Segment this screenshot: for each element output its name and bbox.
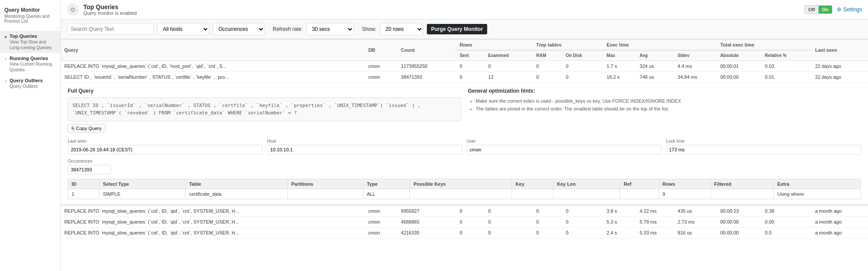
cell-rows-examined: 0 — [485, 228, 533, 238]
th-total-group: Total exec time — [717, 40, 812, 50]
expanded-row: Full Query SELECT ID , `issuerId` , `ser… — [61, 83, 868, 206]
main-content: ⊙ Top Queries Query monitor is enabled O… — [61, 0, 868, 271]
cell-rows-sent: 0 — [456, 217, 485, 228]
cell-tmp-disk: 0 — [562, 61, 603, 72]
cell-query: REPLACE INTO `mysql_slow_queries` (`cid`… — [61, 217, 365, 228]
cell-tmp-ram: 0 — [533, 217, 562, 228]
cell-last-seen: a month ago — [812, 217, 868, 228]
cell-exec-max: 1.7 s — [603, 61, 636, 72]
refresh-select[interactable]: 30 secs — [306, 23, 354, 35]
explain-th: Key — [512, 179, 553, 189]
table-row[interactable]: REPLACE INTO `mysql_slow_queries` (`cid`… — [61, 228, 868, 238]
cell-exec-avg: 5.33 ms — [636, 228, 674, 238]
last-seen-input[interactable] — [68, 145, 263, 154]
cell-total-rel: 0.0 — [762, 228, 812, 238]
hosts-select[interactable]: All hosts — [157, 23, 209, 35]
expanded-detail: Full Query SELECT ID , `issuerId` , `ser… — [61, 83, 868, 205]
th-rows-group: Rows — [456, 40, 533, 50]
cell-exec-stdev: 34.84 ms — [674, 72, 717, 83]
explain-extra: Using where — [774, 189, 861, 199]
cell-rows-sent: 0 — [456, 61, 485, 72]
cell-total-rel: 0.03 — [762, 61, 812, 72]
cell-last-seen: 22 days ago — [812, 61, 868, 72]
toolbar: All hosts Occurrences Refresh rate: 30 s… — [61, 20, 868, 39]
cell-exec-stdev: 4.4 ms — [674, 61, 717, 72]
show-label: Show: — [362, 26, 376, 32]
sidebar-header: Query Monitor Monitoring Queries and Pro… — [0, 3, 60, 28]
cell-total-abs: 00:00:00 — [717, 72, 762, 83]
cell-count: 38471393 — [397, 72, 456, 83]
settings-button[interactable]: ⚙ Settings — [837, 7, 862, 13]
meta-lock-time: Lock time — [666, 139, 861, 154]
hint-item: Make sure the correct index is used - po… — [476, 97, 861, 105]
th-query: Query — [61, 40, 365, 61]
sort-select[interactable]: Occurrences — [213, 23, 265, 35]
cell-total-rel: 0.01 — [762, 72, 812, 83]
th-last-seen: Last seen — [812, 40, 868, 61]
table-row[interactable]: REPLACE INTO `mysql_slow_queries` (`cid`… — [61, 61, 868, 72]
cell-last-seen: a month ago — [812, 206, 868, 217]
sidebar-item-query-outliers[interactable]: ○ Query Outliers Query Outliers — [0, 75, 60, 92]
explain-th: Table — [185, 179, 287, 189]
search-input[interactable] — [67, 23, 154, 35]
th-stdev: Stdev — [674, 50, 717, 61]
explain-th: Rows — [659, 179, 710, 189]
cell-exec-avg: 5.78 ms — [636, 217, 674, 228]
toggle-off-button[interactable]: Off — [805, 6, 818, 13]
cell-exec-stdev: 816 us — [674, 228, 717, 238]
lock-time-label: Lock time — [666, 139, 861, 144]
circle-icon: ● — [4, 34, 7, 39]
full-query-title: Full Query — [68, 88, 461, 94]
cell-exec-max: 3.8 s — [603, 206, 636, 217]
cell-rows-examined: 0 — [485, 217, 533, 228]
refresh-label: Refresh rate: — [273, 26, 303, 32]
purge-button[interactable]: Purge Query Monitor — [427, 24, 487, 34]
app-title: Query Monitor — [4, 7, 56, 13]
app-subtitle: Monitoring Queries and Process List — [4, 14, 56, 23]
table-row[interactable]: REPLACE INTO `mysql_slow_queries` (`cid`… — [61, 217, 868, 228]
cell-exec-avg: 748 us — [636, 72, 674, 83]
circle-icon: ○ — [4, 57, 7, 61]
explain-th: ID — [68, 179, 99, 189]
explain-possible-keys — [410, 189, 512, 199]
copy-query-button[interactable]: ⎘ Copy Query — [68, 124, 106, 133]
cell-tmp-ram: 0 — [533, 228, 562, 238]
explain-partitions — [287, 189, 363, 199]
lock-time-input[interactable] — [666, 145, 861, 154]
sidebar-item-running-queries[interactable]: ○ Running Queries View Current Running Q… — [0, 53, 60, 75]
th-avg: Avg — [636, 50, 674, 61]
cell-rows-examined: 0 — [485, 61, 533, 72]
explain-key-len — [553, 189, 620, 199]
cell-total-abs: 00:00:00 — [717, 217, 762, 228]
monitor-toggle[interactable]: Off On — [804, 5, 832, 14]
toggle-on-button[interactable]: On — [818, 6, 832, 13]
explain-row: 1 SIMPLE certificate_data ALL 9 Using wh… — [68, 189, 861, 199]
topbar-title: Top Queries — [83, 3, 800, 10]
cell-db: cmon — [365, 72, 397, 83]
sidebar-item-top-queries[interactable]: ● Top Queries View Top Slow and Long-run… — [0, 31, 60, 53]
cell-total-rel: 0.00 — [762, 217, 812, 228]
th-relative: Relative % — [762, 50, 812, 61]
cell-count: 4216335 — [397, 228, 456, 238]
occurrences-label: Occurrences — [68, 159, 861, 164]
cell-tmp-disk: 0 — [562, 72, 603, 83]
user-input[interactable] — [467, 145, 662, 154]
show-select[interactable]: 20 rows — [380, 23, 423, 35]
query-code: SELECT ID , `issuerId` , `serialNumber` … — [68, 97, 461, 121]
full-query-section: Full Query SELECT ID , `issuerId` , `ser… — [68, 88, 461, 133]
th-count: Count — [397, 40, 456, 61]
table-row[interactable]: SELECT ID , `issuerId` , `serialNumber` … — [61, 72, 868, 83]
explain-rows: 9 — [659, 189, 710, 199]
host-input[interactable] — [267, 145, 462, 154]
meta-user: User — [467, 139, 662, 154]
occurrences-input[interactable] — [68, 165, 111, 174]
explain-table: certificate_data — [185, 189, 287, 199]
detail-grid: Full Query SELECT ID , `issuerId` , `ser… — [68, 88, 861, 133]
explain-th: Partitions — [287, 179, 363, 189]
cell-rows-sent: 0 — [456, 228, 485, 238]
cell-rows-examined: 12 — [485, 72, 533, 83]
explain-type: ALL — [363, 189, 409, 199]
table-row[interactable]: REPLACE INTO `mysql_slow_queries` (`cid`… — [61, 206, 868, 217]
content-area: Query DB Count Rows Tmp tables Exec time… — [61, 39, 868, 271]
cell-query: REPLACE INTO `mysql_slow_queries` (`cid`… — [61, 61, 365, 72]
